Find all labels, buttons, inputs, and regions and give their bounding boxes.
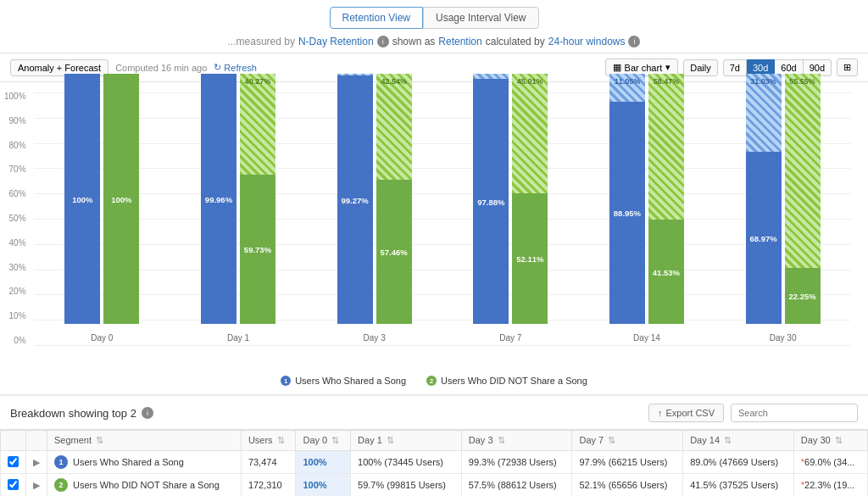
row2-checkbox-cell[interactable] <box>1 474 26 497</box>
table-header-row: Segment ⇅ Users ⇅ Day 0 ⇅ Day 1 ⇅ Day 3 … <box>1 431 868 451</box>
y-70: 70% <box>4 165 26 174</box>
row1-segment: 1 Users Who Shared a Song <box>47 451 242 474</box>
day-label-3: Day 7 <box>499 333 521 343</box>
day-label-5: Day 30 <box>770 333 797 343</box>
export-csv-label: Export CSV <box>666 408 715 418</box>
row2-expand[interactable]: ▶ <box>26 474 47 497</box>
bar-3-0: 2.12%97.88% <box>473 74 509 324</box>
row2-day1: 59.7% (99815 Users) <box>351 474 462 497</box>
refresh-link[interactable]: ↻ Refresh <box>214 62 257 73</box>
row2-segment-name: Users Who DID NOT Share a Song <box>73 480 220 490</box>
bar-5-1: 55.55%22.25% <box>785 74 821 324</box>
export-icon-button[interactable]: ⊞ <box>837 59 858 76</box>
legend-label-2: Users Who DID NOT Share a Song <box>441 376 587 386</box>
y-20: 20% <box>4 287 26 296</box>
bar-chart-icon: ▦ <box>613 62 621 73</box>
row2-day30: *22.3% (19... <box>793 474 867 497</box>
retention-link[interactable]: Retention <box>438 36 481 47</box>
legend-dot-2: 2 <box>426 376 437 386</box>
search-input[interactable] <box>731 404 858 422</box>
row2-day0: 100% <box>296 474 351 497</box>
tab-usage-interval-view[interactable]: Usage Interval View <box>423 7 539 29</box>
y-80: 80% <box>4 142 26 150</box>
upload-icon: ↑ <box>658 408 663 418</box>
breakdown-right: ↑ Export CSV <box>648 404 858 422</box>
bar-4-0: 11.05%88.95% <box>609 74 645 324</box>
bar-2-0: 0.73%99.27% <box>337 74 373 324</box>
y-100: 100% <box>4 92 26 101</box>
row1-day14: 89.0% (47669 Users) <box>683 451 794 474</box>
y-60: 60% <box>4 190 26 198</box>
row2-users: 172,310 <box>241 474 296 497</box>
row1-day0: 100% <box>296 451 351 474</box>
day-group-5: 31.03%68.97%55.55%22.25%Day 30 <box>746 74 821 324</box>
row2-day30-val: 22.3% (19... <box>804 480 854 490</box>
row2-badge: 2 <box>54 478 68 492</box>
n-day-retention-link[interactable]: N-Day Retention <box>298 36 374 47</box>
th-day3[interactable]: Day 3 ⇅ <box>461 431 572 451</box>
y-50: 50% <box>4 215 26 223</box>
day-group-0: 100%100%Day 0 <box>64 74 139 324</box>
refresh-icon: ↻ <box>214 62 221 73</box>
row1-checkbox-cell[interactable] <box>1 451 26 474</box>
shown-as-label: shown as <box>392 36 436 47</box>
y-axis: 100% 90% 80% 70% 60% 50% 40% 30% 20% 10%… <box>4 92 26 345</box>
bar-5-0: 31.03%68.97% <box>746 74 782 324</box>
bar-3-1: 45.01%52.11% <box>512 74 548 324</box>
info-icon-2[interactable]: i <box>628 36 640 47</box>
table-row: ▶ 1 Users Who Shared a Song 73,474 100% … <box>1 451 868 474</box>
th-users[interactable]: Users ⇅ <box>241 431 296 451</box>
th-day30[interactable]: Day 30 ⇅ <box>793 431 867 451</box>
th-day1[interactable]: Day 1 ⇅ <box>351 431 462 451</box>
row2-segment: 2 Users Who DID NOT Share a Song <box>47 474 242 497</box>
chevron-down-icon: ▾ <box>665 62 670 73</box>
table-container: Segment ⇅ Users ⇅ Day 0 ⇅ Day 1 ⇅ Day 3 … <box>0 430 868 496</box>
info-icon-1[interactable]: i <box>377 36 389 47</box>
legend-item-2: 2 Users Who DID NOT Share a Song <box>426 376 587 386</box>
7d-button[interactable]: 7d <box>723 59 747 76</box>
refresh-label: Refresh <box>224 63 257 73</box>
y-0: 0% <box>4 337 26 345</box>
table-row: ▶ 2 Users Who DID NOT Share a Song 172,3… <box>1 474 868 497</box>
day-label-4: Day 14 <box>633 333 660 343</box>
row1-expand[interactable]: ▶ <box>26 451 47 474</box>
row1-day3: 99.3% (72938 Users) <box>461 451 572 474</box>
chart-type-label: Bar chart <box>625 63 663 73</box>
th-segment[interactable]: Segment ⇅ <box>47 431 242 451</box>
row1-checkbox[interactable] <box>8 456 19 467</box>
legend-item-1: 1 Users Who Shared a Song <box>281 376 406 386</box>
bar-2-1: 42.54%57.46% <box>376 74 412 324</box>
breakdown-title: Breakdown showing top 2 i <box>10 407 153 420</box>
breakdown-header: Breakdown showing top 2 i ↑ Export CSV <box>0 397 868 430</box>
row2-checkbox[interactable] <box>8 479 19 490</box>
row2-day3: 57.5% (88612 Users) <box>461 474 572 497</box>
calculated-by-label: calculated by <box>486 36 545 47</box>
th-expand <box>26 431 47 451</box>
th-day0[interactable]: Day 0 ⇅ <box>296 431 351 451</box>
breakdown-table: Segment ⇅ Users ⇅ Day 0 ⇅ Day 1 ⇅ Day 3 … <box>0 430 868 496</box>
day-label-0: Day 0 <box>91 333 113 343</box>
row1-users: 73,474 <box>241 451 296 474</box>
period-button[interactable]: Daily <box>683 59 717 76</box>
th-day14[interactable]: Day 14 ⇅ <box>683 431 794 451</box>
day-label-1: Day 1 <box>227 333 249 343</box>
y-10: 10% <box>4 312 26 320</box>
row1-badge: 1 <box>54 455 68 469</box>
top-bar: Retention View Usage Interval View ...me… <box>0 0 868 53</box>
breakdown-title-text: Breakdown showing top 2 <box>10 407 136 420</box>
row2-day7: 52.1% (65656 Users) <box>572 474 683 497</box>
export-csv-button[interactable]: ↑ Export CSV <box>648 404 724 422</box>
row2-day14: 41.5% (37525 Users) <box>683 474 794 497</box>
tab-retention-view[interactable]: Retention View <box>330 7 424 29</box>
day-group-1: 99.96%40.27%59.73%Day 1 <box>201 74 275 324</box>
bars-container: 100%100%Day 099.96%40.27%59.73%Day 10.73… <box>34 92 851 324</box>
measured-by-label: ...measured by <box>228 36 295 47</box>
legend: 1 Users Who Shared a Song 2 Users Who DI… <box>0 371 868 395</box>
y-30: 30% <box>4 264 26 272</box>
breakdown-info-icon[interactable]: i <box>142 407 153 419</box>
th-day7[interactable]: Day 7 ⇅ <box>572 431 683 451</box>
row1-day30: *69.0% (34... <box>793 451 867 474</box>
windows-link[interactable]: 24-hour windows <box>548 36 626 47</box>
legend-dot-1: 1 <box>281 376 291 386</box>
y-90: 90% <box>4 117 26 125</box>
